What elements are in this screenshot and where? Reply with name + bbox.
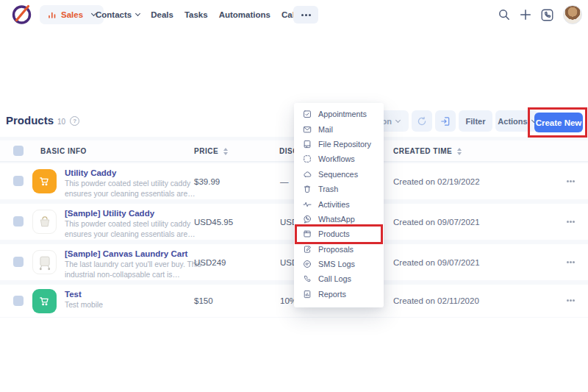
menu-item-appointments[interactable]: Appointments: [294, 107, 384, 121]
price-cell: USD45.95: [194, 218, 233, 227]
phone-square-icon: [541, 9, 553, 21]
quick-add-button[interactable]: [520, 9, 531, 21]
page-title: Products 10 ?: [6, 114, 79, 126]
search-icon: [498, 9, 510, 21]
import-export-button[interactable]: [435, 110, 456, 132]
bigin-logo-icon[interactable]: [10, 3, 33, 26]
created-time-cell: Created on 09/07/2021: [393, 258, 480, 267]
nav-item-automations[interactable]: Automations: [219, 10, 270, 19]
column-header-price: PRICE: [194, 147, 228, 155]
phone-icon: [303, 274, 312, 283]
product-description: Test mobile: [65, 300, 201, 310]
ellipsis-icon: [567, 180, 569, 182]
workspace-label: Sales: [61, 10, 83, 19]
menu-item-file-repository[interactable]: File Repository: [294, 137, 384, 152]
more-modules-button[interactable]: [293, 6, 318, 24]
menu-item-call-logs[interactable]: Call Logs: [294, 271, 384, 286]
select-all-checkbox[interactable]: [13, 146, 24, 156]
cart-icon: [38, 295, 51, 307]
price-cell: $39.99: [194, 177, 220, 186]
row-checkbox[interactable]: [13, 176, 24, 186]
dashed-square-icon: [303, 154, 312, 163]
menu-item-whatsapp[interactable]: WhatsApp: [294, 212, 384, 227]
created-time-cell: Created on 02/11/2020: [393, 296, 479, 305]
user-avatar[interactable]: [563, 5, 582, 24]
plus-icon: [520, 9, 531, 21]
price-cell: USD249: [194, 258, 226, 267]
product-thumb-orange: [32, 169, 57, 193]
calendar-check-icon: [303, 110, 312, 118]
row-actions-button[interactable]: [561, 256, 580, 268]
menu-item-trash[interactable]: Trash: [294, 182, 384, 196]
nav-item-deals[interactable]: Deals: [151, 10, 173, 19]
product-description: The last laundry cart you'll ever buy. T…: [65, 260, 201, 279]
menu-item-products[interactable]: Products: [294, 227, 384, 241]
price-cell: $150: [194, 296, 213, 305]
cloud-icon: [303, 170, 312, 179]
sort-icon[interactable]: [457, 148, 462, 155]
menu-item-sms-logs[interactable]: SMS Logs: [294, 257, 384, 271]
envelope-icon: [303, 125, 312, 134]
column-header-created-time: CREATED TIME: [393, 147, 462, 155]
chevron-down-icon: [135, 11, 140, 16]
row-checkbox[interactable]: [13, 296, 24, 306]
product-name-link[interactable]: [Sample] Canvas Laundry Cart: [65, 249, 187, 258]
nav-item-tasks[interactable]: Tasks: [184, 10, 208, 19]
pulse-icon: [303, 200, 312, 209]
create-new-button[interactable]: Create New: [534, 113, 583, 132]
actions-dropdown[interactable]: Actions: [495, 110, 538, 132]
ellipsis-icon: [567, 299, 569, 302]
primary-nav: Contacts Deals Tasks Automations Calenda…: [96, 0, 318, 29]
product-thumb-photo: [32, 250, 57, 274]
discount-cell: —: [280, 177, 289, 186]
column-header-basic-info: BASIC INFO: [40, 147, 87, 155]
search-button[interactable]: [498, 9, 510, 21]
sign-in-door-icon: [440, 116, 451, 126]
menu-item-mail[interactable]: Mail: [294, 121, 384, 136]
menu-item-activities[interactable]: Activities: [294, 196, 384, 211]
nav-item-contacts[interactable]: Contacts: [96, 10, 140, 19]
laundry-cart-photo: [35, 252, 55, 273]
row-checkbox[interactable]: [13, 257, 24, 267]
product-name-link[interactable]: Utility Caddy: [65, 168, 116, 177]
workspace-switcher[interactable]: Sales: [40, 5, 104, 24]
pen-document-icon: [303, 245, 312, 254]
product-thumb-photo: [32, 210, 57, 234]
trash-icon: [303, 185, 312, 193]
box-icon: [303, 229, 312, 238]
product-description: This powder coated steel utility caddy e…: [65, 179, 201, 199]
row-actions-button[interactable]: [561, 215, 580, 227]
caddy-photo: [35, 212, 55, 232]
product-thumb-green: [32, 289, 57, 313]
filter-button[interactable]: Filter: [459, 110, 492, 132]
created-time-cell: Created on 09/07/2021: [393, 218, 480, 227]
sms-icon: [303, 260, 312, 268]
row-checkbox[interactable]: [13, 216, 24, 227]
cart-icon: [38, 175, 51, 188]
chevron-down-icon: [395, 117, 401, 122]
ellipsis-icon: [567, 261, 569, 263]
report-chart-icon: [303, 290, 312, 299]
product-name-link[interactable]: Test: [65, 290, 82, 299]
row-actions-button[interactable]: [561, 294, 580, 306]
row-actions-button[interactable]: [561, 175, 580, 187]
whatsapp-icon: [303, 215, 312, 224]
product-name-link[interactable]: [Sample] Utility Caddy: [65, 209, 154, 218]
sort-icon[interactable]: [223, 148, 228, 155]
app-window: Sales Contacts Deals Tasks Automations C…: [0, 0, 588, 392]
refresh-button[interactable]: [412, 110, 432, 132]
ellipsis-icon: [301, 14, 304, 16]
help-icon[interactable]: ?: [70, 116, 79, 126]
file-icon: [303, 140, 312, 149]
dialer-button[interactable]: [541, 9, 553, 21]
more-modules-dropdown: Appointments Mail File Repository Workfl…: [294, 103, 384, 307]
navbar-right-actions: [498, 0, 582, 29]
sales-chart-icon: [48, 10, 57, 19]
menu-item-reports[interactable]: Reports: [294, 287, 384, 302]
refresh-icon: [417, 116, 427, 126]
created-time-cell: Created on 02/19/2022: [393, 177, 480, 186]
menu-item-workflows[interactable]: Workflows: [294, 152, 384, 166]
menu-item-sequences[interactable]: Sequences: [294, 167, 384, 182]
top-navbar: Sales Contacts Deals Tasks Automations C…: [0, 0, 588, 29]
menu-item-proposals[interactable]: Proposals: [294, 242, 384, 257]
